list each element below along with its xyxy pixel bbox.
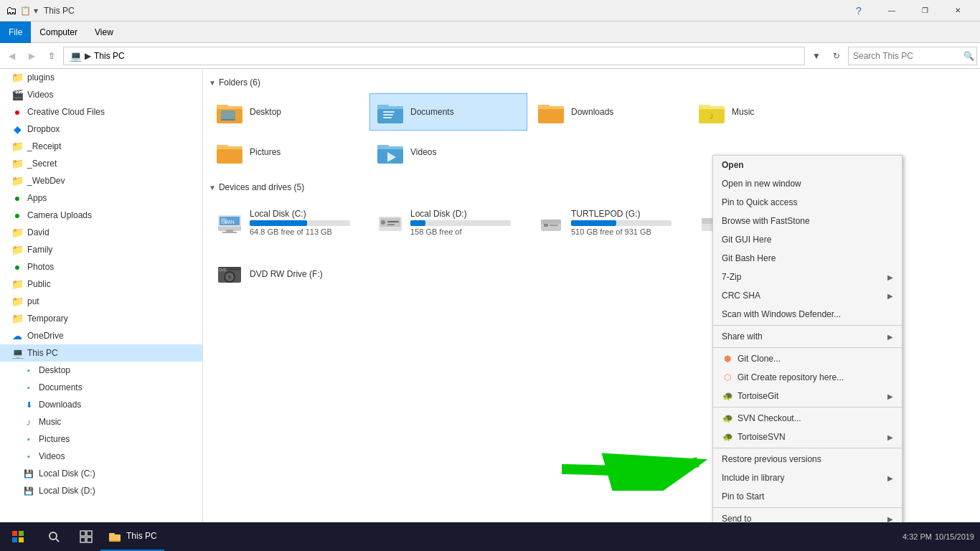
help-button[interactable]: ? — [842, 0, 875, 22]
folder-icon: 📁 — [11, 227, 23, 238]
svg-rect-70 — [80, 531, 85, 536]
restore-button[interactable]: ❐ — [908, 0, 941, 22]
minimize-button[interactable]: — — [875, 0, 908, 22]
folder-icon: 📁 — [11, 296, 23, 307]
sidebar-item-videos[interactable]: ▪ Videos — [0, 448, 202, 465]
sidebar-item-pictures[interactable]: ▪ Pictures — [0, 430, 202, 448]
sidebar-label: put — [27, 296, 39, 306]
search-input[interactable] — [853, 51, 961, 61]
ctx-7zip-arrow: ▶ — [887, 273, 893, 281]
folder-item-documents[interactable]: Documents — [369, 93, 527, 131]
taskbar-explorer-item[interactable]: This PC — [100, 522, 164, 551]
svg-rect-67 — [19, 537, 24, 542]
folder-icon: 📁 — [11, 158, 23, 169]
ribbon-tab-view[interactable]: View — [86, 22, 122, 43]
svg-rect-34 — [226, 230, 233, 232]
folder-item-pictures[interactable]: Pictures — [209, 133, 367, 171]
svn-checkout-icon: 🐢 — [722, 413, 733, 424]
sidebar-label: Music — [39, 417, 61, 427]
folder-item-desktop[interactable]: Desktop — [209, 93, 367, 131]
folder-item-downloads[interactable]: Downloads — [530, 93, 688, 131]
drive-item-g[interactable]: TURTLEPOD (G:) 510 GB free of 931 GB — [530, 198, 688, 247]
sidebar-item-music[interactable]: ♪ Music — [0, 413, 202, 430]
address-dropdown[interactable]: ▼ — [808, 47, 825, 65]
taskbar-search-button[interactable] — [36, 522, 72, 551]
drive-item-f[interactable]: DVD DVD RW Drive (F:) — [209, 250, 367, 298]
ctx-svn-checkout[interactable]: 🐢 SVN Checkout... — [713, 409, 902, 428]
music-icon: ♪ — [23, 416, 34, 428]
sidebar-item-local-d[interactable]: 💾 Local Disk (D:) — [0, 482, 202, 499]
ctx-pin-start[interactable]: Pin to Start — [713, 487, 902, 506]
svg-text:WIN: WIN — [225, 220, 235, 225]
ctx-sep-3 — [713, 407, 902, 408]
svg-rect-64 — [12, 531, 17, 536]
up-button[interactable]: ⇧ — [43, 47, 60, 65]
sidebar-item-public[interactable]: 📁 Public — [0, 276, 202, 293]
ctx-git-bash[interactable]: Git Bash Here — [713, 249, 902, 268]
sidebar-label: Local Disk (C:) — [39, 468, 95, 479]
sidebar-item-plugins[interactable]: 📁 plugins — [0, 69, 202, 86]
svg-rect-65 — [19, 531, 24, 536]
ctx-7zip[interactable]: 7-Zip ▶ — [713, 268, 902, 286]
folder-documents-label: Documents — [410, 107, 454, 117]
chevron-icon: ▼ — [209, 79, 216, 87]
folder-downloads-icon — [537, 98, 565, 126]
close-button[interactable]: ✕ — [941, 0, 974, 22]
ctx-crc-sha[interactable]: CRC SHA ▶ — [713, 286, 902, 305]
address-bar[interactable]: 💻 ▶ This PC — [63, 47, 805, 65]
folders-section-header[interactable]: ▼ Folders (6) — [209, 77, 974, 88]
folder-item-videos[interactable]: Videos — [369, 133, 527, 171]
titlebar-title: This PC — [44, 6, 842, 16]
drive-item-c[interactable]: WIN Local Disk (C:) 64.8 GB free of 113 … — [209, 198, 367, 247]
ctx-git-gui[interactable]: Git GUI Here — [713, 230, 902, 249]
ctx-tortoise-svn[interactable]: 🐢 TortoiseSVN ▶ — [713, 428, 902, 446]
taskbar-view-button[interactable] — [72, 522, 100, 551]
ctx-open-new-window[interactable]: Open in new window — [713, 174, 902, 193]
ctx-git-clone[interactable]: ⬢ Git Clone... — [713, 349, 902, 368]
sidebar-item-david[interactable]: 📁 David — [0, 224, 202, 241]
sidebar-item-apps[interactable]: ● Apps — [0, 189, 202, 207]
drive-item-d[interactable]: Local Disk (D:) 158 GB free of — [369, 198, 527, 247]
search-box[interactable]: 🔍 — [848, 47, 977, 65]
sidebar-item-downloads[interactable]: ⬇ Downloads — [0, 396, 202, 413]
sidebar-item-receipt[interactable]: 📁 _Receipt — [0, 138, 202, 155]
sidebar-label: Camera Uploads — [27, 210, 92, 220]
sidebar-item-dropbox[interactable]: ◆ Dropbox — [0, 121, 202, 138]
sidebar-item-webdev[interactable]: 📁 _WebDev — [0, 172, 202, 189]
refresh-button[interactable]: ↻ — [828, 47, 845, 65]
ctx-share-with[interactable]: Share with ▶ — [713, 327, 902, 346]
sidebar-item-family[interactable]: 📁 Family — [0, 241, 202, 258]
sidebar-item-documents[interactable]: ▪ Documents — [0, 379, 202, 396]
sidebar-item-camera-uploads[interactable]: ● Camera Uploads — [0, 207, 202, 224]
sidebar-item-local-c[interactable]: 💾 Local Disk (C:) — [0, 465, 202, 482]
ctx-restore-versions[interactable]: Restore previous versions — [713, 450, 902, 468]
window-title: This PC — [44, 6, 75, 16]
sidebar-item-desktop[interactable]: ▪ Desktop — [0, 362, 202, 379]
disk-icon2: 💾 — [23, 485, 34, 496]
ribbon-tab-computer[interactable]: Computer — [31, 22, 86, 43]
drive-c-free: 64.8 GB free of 113 GB — [250, 227, 350, 236]
sidebar-item-videos-top[interactable]: 🎬 Videos — [0, 86, 202, 103]
ribbon-tab-file[interactable]: File — [0, 22, 31, 43]
ctx-send-to-arrow: ▶ — [887, 515, 893, 523]
start-button[interactable] — [0, 522, 36, 551]
sidebar-item-put[interactable]: 📁 put — [0, 293, 202, 310]
sidebar-item-secret[interactable]: 📁 _Secret — [0, 155, 202, 172]
ctx-open[interactable]: Open — [713, 156, 902, 174]
ctx-include-library[interactable]: Include in library ▶ — [713, 468, 902, 487]
folder-item-music[interactable]: ♪ Music — [691, 93, 849, 131]
svg-point-68 — [50, 532, 57, 540]
sidebar-item-onedrive[interactable]: ☁ OneDrive — [0, 327, 202, 344]
back-button[interactable]: ◀ — [3, 47, 20, 65]
ctx-scan-defender[interactable]: Scan with Windows Defender... — [713, 305, 902, 324]
ctx-browse-faststone[interactable]: Browse with FastStone — [713, 212, 902, 230]
sidebar-item-thispc[interactable]: 💻 This PC — [0, 344, 202, 362]
downloads-icon: ⬇ — [23, 399, 34, 410]
forward-button[interactable]: ▶ — [23, 47, 40, 65]
sidebar-item-photos[interactable]: ● Photos — [0, 258, 202, 276]
ctx-git-create-repo[interactable]: ⬡ Git Create repository here... — [713, 368, 902, 387]
ctx-pin-quick[interactable]: Pin to Quick access — [713, 193, 902, 212]
sidebar-item-creative-cloud[interactable]: ● Creative Cloud Files — [0, 103, 202, 121]
sidebar-item-temporary[interactable]: 📁 Temporary — [0, 310, 202, 327]
ctx-tortoise-git[interactable]: 🐢 TortoiseGit ▶ — [713, 387, 902, 405]
